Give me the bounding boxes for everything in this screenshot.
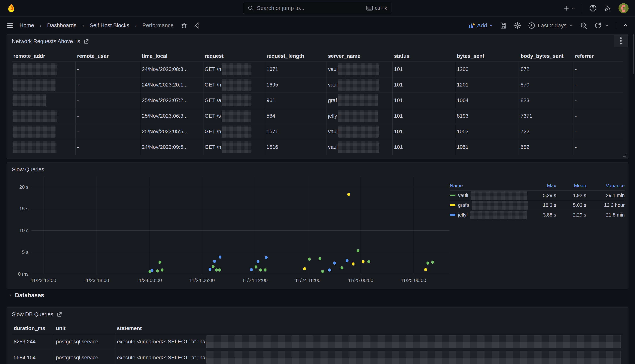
cell-remote-user: - [76, 108, 140, 124]
cell-server-name: vaul [326, 124, 392, 139]
cell-remote-user: - [76, 140, 140, 155]
legend-series-name[interactable]: jellyf [450, 211, 528, 219]
cell-request: GET /s [203, 108, 265, 124]
redacted-blur [13, 79, 56, 91]
favorite-star-button[interactable] [181, 22, 188, 29]
legend-mean-value: 2.29 s [556, 212, 586, 218]
mega-menu-button[interactable] [7, 22, 14, 29]
request-prefix: GET /a [204, 98, 221, 104]
user-avatar[interactable] [618, 3, 628, 13]
time-range-picker[interactable]: Last 2 days [528, 22, 573, 29]
kebab-icon [620, 37, 622, 45]
cell-bytes-sent: 1203 [456, 62, 519, 77]
y-tick-label: 20 s [19, 184, 28, 190]
y-tick-label: 5 s [22, 249, 28, 255]
save-dashboard-button[interactable] [500, 22, 507, 29]
cell-status: 101 [392, 93, 456, 108]
server-prefix: jelly [328, 113, 337, 119]
cell-request: GET /n [203, 62, 265, 77]
dashboard-settings-button[interactable] [514, 22, 521, 29]
legend-max-value: 18.3 s [528, 202, 556, 208]
redacted-blur [338, 141, 379, 153]
legend-header[interactable]: Mean [556, 183, 586, 188]
panel-slow-db-queries: Slow DB Queries duration_msunitstatement… [7, 307, 628, 364]
table-row: -24/Nov/2023:09:5...GET /n1516vaul101105… [12, 139, 623, 155]
section-row-databases[interactable]: Databases [8, 292, 44, 299]
request-prefix: GET /n [204, 128, 221, 134]
share-button[interactable] [193, 22, 200, 29]
legend-series-name[interactable]: vault [450, 191, 528, 200]
cell-duration-ms: 8289.244 [12, 334, 54, 350]
panel-title-bar[interactable]: Slow DB Queries [7, 308, 628, 319]
help-button[interactable] [589, 4, 597, 12]
legend-row[interactable]: vault5.29 s1.92 s29.1 min [450, 190, 625, 200]
column-header: referrer [574, 51, 623, 61]
series-color-swatch [450, 194, 456, 196]
x-tick-label: 11/25 06:00 [401, 278, 426, 283]
cell-body-bytes-sent: 823 [519, 93, 574, 108]
cell-remote-user: - [76, 62, 140, 77]
cell-bytes-sent: 1201 [456, 77, 519, 92]
add-panel-button[interactable]: Add [468, 22, 493, 29]
redacted-blur [222, 141, 251, 153]
panel-title-bar[interactable]: Network Requests Above 1s [7, 34, 628, 46]
panel-title-bar[interactable]: Slow Queries [7, 163, 628, 174]
legend-series-name[interactable]: grafa [450, 201, 528, 210]
cell-body-bytes-sent: 722 [519, 124, 574, 139]
x-tick-label: 11/24 00:00 [136, 278, 162, 283]
chart-axes: 11/23 12:0011/23 18:0011/24 00:0011/24 0… [31, 176, 450, 274]
legend-variance-value: 12.3 hour [586, 202, 625, 208]
redacted-blur [13, 110, 58, 122]
breadcrumb-dashboards[interactable]: Dashboards [47, 22, 76, 28]
panel-network-requests: Network Requests Above 1s remote_addrrem… [7, 34, 628, 159]
legend-header[interactable]: Name [450, 183, 528, 188]
legend-row[interactable]: grafa18.3 s5.03 s12.3 hour [450, 200, 625, 210]
search-input[interactable]: Search or jump to... ctrl+k [243, 2, 392, 14]
series-name-prefix: jellyf [458, 212, 468, 218]
cell-remote-addr [12, 124, 76, 139]
dashboard-toolbar: Home › Dashboards › Self Host Blocks › P… [0, 17, 635, 34]
collapse-toolbar-button[interactable] [622, 23, 628, 28]
redacted-blur [222, 126, 251, 138]
grafana-logo[interactable] [6, 3, 16, 13]
cell-body-bytes-sent: 7371 [519, 108, 574, 124]
legend-mean-value: 1.92 s [556, 192, 586, 198]
breadcrumb-folder[interactable]: Self Host Blocks [90, 22, 129, 28]
redacted-blur [13, 63, 58, 75]
request-prefix: GET /n [204, 82, 221, 88]
server-prefix: graf [328, 98, 337, 104]
panel-resize-handle[interactable] [622, 153, 626, 158]
column-header: statement [115, 323, 623, 334]
search-placeholder: Search or jump to... [257, 5, 363, 11]
server-prefix: vaul [328, 144, 338, 150]
panel-title: Network Requests Above 1s [12, 38, 80, 44]
server-prefix: vaul [328, 82, 338, 88]
cell-remote-user: - [76, 124, 140, 139]
legend-header[interactable]: Variance [586, 183, 625, 188]
breadcrumb-home[interactable]: Home [20, 22, 34, 28]
server-prefix: vaul [328, 66, 338, 72]
chevron-down-icon [571, 6, 575, 10]
external-link-icon[interactable] [57, 312, 62, 317]
series-name-prefix: vault [458, 192, 468, 198]
legend-row[interactable]: jellyf3.88 s2.29 s21.8 min [450, 210, 625, 220]
cell-referrer: - [574, 108, 623, 124]
x-tick-label: 11/23 18:00 [84, 278, 109, 283]
external-link-icon[interactable] [84, 39, 89, 44]
cell-request-length: 1671 [265, 124, 326, 139]
table-row: -25/Nov/2023:06:3...GET /s584jelly101819… [12, 108, 623, 124]
panel-menu-button[interactable] [614, 35, 628, 47]
news-rss-button[interactable] [604, 4, 611, 12]
request-prefix: GET /n [204, 144, 221, 150]
cell-time-local: 25/Nov/2023:06:3... [140, 108, 203, 124]
refresh-button[interactable] [594, 22, 609, 29]
zoom-out-time-button[interactable] [580, 22, 588, 29]
legend-header[interactable]: Max [528, 183, 556, 188]
network-table: remote_addrremote_usertime_localrequestr… [12, 51, 623, 155]
redacted-blur [471, 191, 527, 200]
cell-time-local: 24/Nov/2023:20:1... [140, 77, 203, 92]
table-row: -24/Nov/2023:08:3...GET /n1671vaul101120… [12, 61, 623, 77]
top-bar: Search or jump to... ctrl+k [0, 0, 635, 16]
page-scrollbar-thumb[interactable] [632, 34, 634, 74]
new-dashboard-button[interactable] [563, 5, 575, 12]
